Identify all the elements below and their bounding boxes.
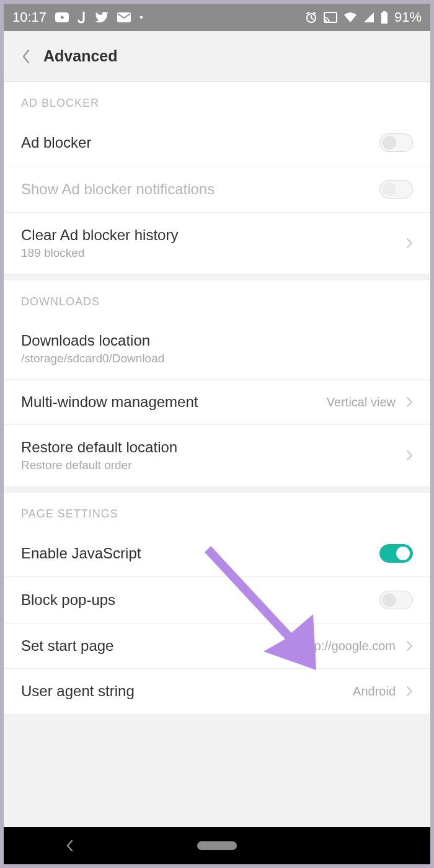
status-time: 10:17: [12, 9, 46, 25]
row-title: Enable JavaScript: [21, 545, 379, 562]
device-frame: 10:17 •: [4, 4, 430, 864]
alarm-icon: [305, 11, 317, 24]
row-title: User agent string: [21, 682, 353, 700]
row-title: Multi-window management: [21, 393, 327, 411]
row-value: Android: [353, 684, 396, 699]
app-j-icon: [78, 11, 86, 24]
youtube-icon: [55, 12, 69, 22]
row-block-popups[interactable]: Block pop-ups: [4, 577, 430, 624]
section-header-page-settings: PAGE SETTINGS: [4, 493, 430, 530]
navigation-bar: [4, 827, 430, 864]
chevron-right-icon: [405, 449, 413, 462]
chevron-right-icon: [405, 685, 413, 697]
row-title: Block pop-ups: [21, 591, 379, 609]
row-user-agent-string[interactable]: User agent string Android: [4, 669, 430, 714]
row-title: Downloads location: [21, 332, 413, 349]
row-downloads-location[interactable]: Downloads location /storage/sdcard0/Down…: [4, 318, 430, 380]
section-header-adblocker: AD BLOCKER: [4, 82, 430, 120]
row-restore-default-location[interactable]: Restore default location Restore default…: [4, 425, 430, 486]
app-bar: Advanced: [4, 31, 430, 82]
back-icon[interactable]: [21, 48, 31, 65]
chevron-right-icon: [405, 640, 413, 652]
nav-back-icon[interactable]: [64, 838, 76, 853]
row-title: Restore default location: [21, 439, 405, 456]
toggle-enable-javascript[interactable]: [379, 544, 413, 563]
row-subtitle: Restore default order: [21, 459, 405, 472]
row-value: Vertical view: [327, 395, 396, 409]
row-title: Ad blocker: [21, 134, 379, 151]
row-set-start-page[interactable]: Set start page http://google.com: [4, 624, 430, 669]
toggle-ad-blocker[interactable]: [379, 133, 413, 152]
svg-rect-6: [381, 12, 388, 24]
more-dot-icon: •: [140, 12, 143, 23]
chevron-right-icon: [405, 396, 413, 408]
row-subtitle: /storage/sdcard0/Download: [21, 352, 413, 365]
cell-signal-icon: [363, 12, 374, 23]
page-title: Advanced: [43, 47, 117, 65]
mail-icon: [117, 12, 131, 22]
nav-home-pill[interactable]: [197, 841, 237, 850]
settings-content: AD BLOCKER Ad blocker Show Ad blocker no…: [4, 82, 430, 827]
status-bar: 10:17 •: [4, 4, 430, 31]
row-show-ad-blocker-notifications: Show Ad blocker notifications: [4, 166, 430, 213]
battery-icon: [381, 11, 388, 24]
cast-icon: [324, 12, 337, 23]
row-ad-blocker[interactable]: Ad blocker: [4, 120, 430, 166]
row-enable-javascript[interactable]: Enable JavaScript: [4, 530, 430, 577]
svg-rect-5: [383, 11, 386, 12]
svg-point-4: [324, 21, 326, 22]
wifi-icon: [343, 12, 357, 23]
toggle-block-popups[interactable]: [379, 591, 413, 609]
row-subtitle: 189 blocked: [21, 246, 405, 260]
row-multi-window-management[interactable]: Multi-window management Vertical view: [4, 380, 430, 425]
row-value: http://google.com: [301, 639, 396, 653]
row-title: Show Ad blocker notifications: [21, 181, 379, 198]
row-title: Clear Ad blocker history: [21, 226, 405, 244]
battery-percent: 91%: [394, 9, 422, 25]
row-title: Set start page: [21, 637, 301, 655]
section-header-downloads: DOWNLOADS: [4, 280, 430, 318]
twitter-icon: [95, 12, 108, 23]
toggle-show-ad-blocker-notifications: [379, 180, 413, 199]
row-clear-ad-blocker-history[interactable]: Clear Ad blocker history 189 blocked: [4, 213, 430, 274]
chevron-right-icon: [405, 237, 413, 249]
